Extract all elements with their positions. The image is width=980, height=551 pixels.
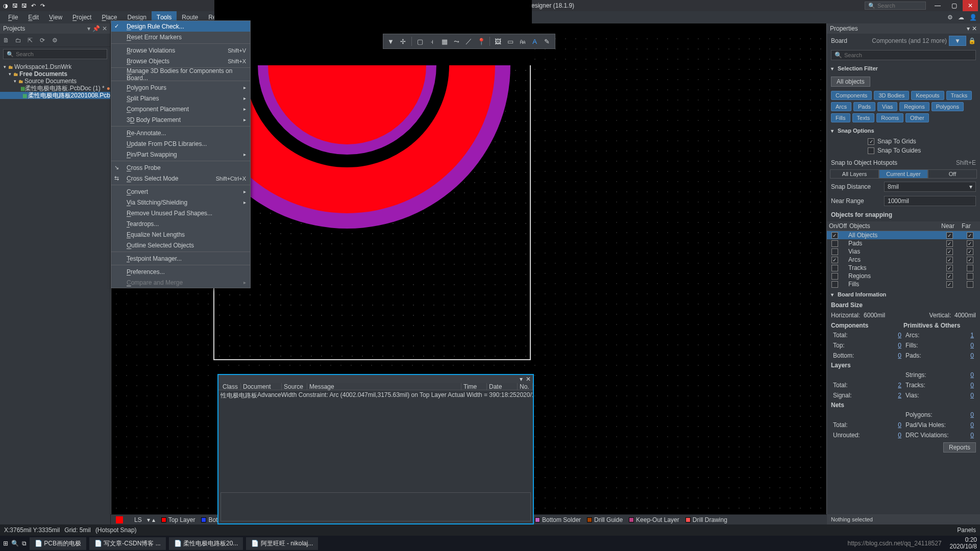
section-snap-options[interactable]: Snap Options — [827, 124, 980, 137]
close-icon[interactable]: ✕ — [526, 375, 531, 383]
start-button[interactable]: ⊞ — [3, 540, 8, 547]
image-icon[interactable]: 🖼 — [493, 36, 504, 47]
filter-tag-regions[interactable]: Regions — [899, 102, 929, 111]
refresh-icon[interactable]: ⟳ — [40, 37, 47, 44]
menu-item[interactable]: ⇆Cross Select ModeShift+Ctrl+X — [111, 173, 250, 184]
grid-icon[interactable]: ▦ — [439, 36, 450, 47]
taskbar-item[interactable]: 📄 柔性电极电路板20... — [169, 537, 243, 550]
menu-item[interactable]: Equalize Net Lengths — [111, 229, 250, 240]
panels-button[interactable]: Panels — [957, 527, 976, 534]
layer-tab[interactable]: LS▾▴ — [127, 516, 157, 524]
snap-object-row[interactable]: Regions✓ — [827, 272, 980, 280]
snap-object-row[interactable]: Fills✓ — [827, 280, 980, 288]
menu-edit[interactable]: Edit — [23, 11, 44, 23]
tree-item[interactable]: ▾🖿Free Documents — [0, 70, 110, 78]
pcb-canvas[interactable] — [213, 64, 531, 360]
layer-tab[interactable]: Top Layer — [159, 516, 198, 523]
menu-item[interactable]: Testpoint Manager... — [111, 253, 250, 264]
filter-tag-tracks[interactable]: Tracks — [946, 91, 972, 100]
search-taskbar-icon[interactable]: 🔍 — [11, 540, 19, 547]
menu-item[interactable]: Pin/Part Swapping▸ — [111, 149, 250, 160]
snap-object-row[interactable]: ✓All Objects✓✓ — [827, 231, 980, 239]
rect-icon[interactable]: ▭ — [505, 36, 516, 47]
snap-object-row[interactable]: Tracks✓ — [827, 264, 980, 272]
layer-tab[interactable]: Drill Drawing — [683, 516, 729, 523]
snap-guides-checkbox[interactable] — [868, 147, 874, 154]
menu-item[interactable]: Teardrops... — [111, 218, 250, 229]
tree-item[interactable]: ▾🖿Source Documents — [0, 78, 110, 85]
menu-item[interactable]: Via Stitching/Shielding▸ — [111, 197, 250, 208]
menu-item[interactable]: Convert▸ — [111, 186, 250, 197]
open-icon[interactable]: 🗀 — [15, 37, 22, 44]
pin-icon[interactable]: 📌 — [92, 25, 100, 32]
menu-item[interactable]: Reset Error Markers — [111, 32, 250, 42]
filter-tag-polygons[interactable]: Polygons — [932, 102, 964, 111]
menu-project[interactable]: Project — [67, 11, 96, 23]
options-icon[interactable]: ⚙ — [52, 37, 59, 44]
menu-item[interactable]: Component Placement▸ — [111, 104, 250, 114]
filter-tag-other[interactable]: Other — [905, 113, 929, 122]
menu-item[interactable]: 3D Body Placement▸ — [111, 114, 250, 125]
tree-item[interactable]: ▦柔性电极电路板.PcbDoc (1) *● — [0, 85, 110, 92]
move-icon[interactable]: ✢ — [398, 36, 409, 47]
taskbar-item[interactable]: 📄 阿里旺旺 - nikolaj... — [246, 537, 318, 550]
save-icon[interactable]: 🖫 — [11, 2, 18, 9]
track-icon[interactable]: ／ — [463, 36, 475, 47]
select-icon[interactable]: ▢ — [414, 36, 426, 47]
menu-item[interactable]: Outline Selected Objects — [111, 240, 250, 251]
filter-tag-pads[interactable]: Pads — [853, 102, 875, 111]
layer-tab[interactable]: Bottom Solder — [533, 516, 583, 523]
align-icon[interactable]: ⫞ — [427, 36, 438, 47]
maximize-button[interactable]: ▢ — [946, 0, 962, 11]
filter-tag-texts[interactable]: Texts — [852, 113, 875, 122]
taskbar-item[interactable]: 📄 PCB画的电极 — [30, 537, 86, 550]
menu-item[interactable]: Browse ViolationsShift+V — [111, 45, 250, 56]
lock-icon[interactable]: 🔒 — [968, 37, 976, 44]
user-icon[interactable]: 👤 — [969, 14, 977, 21]
section-board-info[interactable]: Board Information — [827, 288, 980, 300]
properties-search[interactable] — [844, 52, 972, 59]
layer-tab[interactable] — [114, 516, 125, 523]
message-row[interactable]: 性电极电路板 Advance Width Constraint: Arc (40… — [218, 390, 533, 401]
snap-object-row[interactable]: ✓Arcs✓✓ — [827, 256, 980, 264]
reports-button[interactable]: Reports — [943, 442, 976, 453]
chevron-down-icon[interactable]: ▾ — [87, 25, 90, 32]
menu-file[interactable]: File — [3, 11, 23, 23]
section-selection-filter[interactable]: Selection Filter — [827, 62, 980, 74]
menu-item[interactable]: Update From PCB Libraries... — [111, 138, 250, 149]
menu-view[interactable]: View — [44, 11, 67, 23]
text-icon[interactable]: 🗛 — [517, 36, 528, 47]
filter-icon[interactable]: ▼ — [385, 36, 397, 47]
opt-all-layers[interactable]: All Layers — [830, 169, 879, 179]
cloud-icon[interactable]: ☁ — [958, 14, 964, 21]
all-objects-button[interactable]: All objects — [831, 77, 870, 87]
font-icon[interactable]: A — [529, 36, 541, 47]
layer-tab[interactable]: Keep-Out Layer — [627, 516, 681, 523]
menu-item[interactable]: Re-Annotate... — [111, 128, 250, 138]
menu-item[interactable]: Polygon Pours▸ — [111, 82, 250, 93]
title-search[interactable]: 🔍 — [865, 2, 926, 10]
menu-item[interactable]: Split Planes▸ — [111, 93, 250, 104]
projects-search[interactable]: 🔍 — [3, 49, 107, 59]
projects-search-input[interactable] — [16, 51, 104, 57]
edit-icon[interactable]: ✎ — [542, 36, 553, 47]
menu-item[interactable]: ✓Design Rule Check... — [111, 21, 250, 32]
minimize-button[interactable]: — — [930, 0, 945, 11]
taskbar-item[interactable]: 📄 写文章-CSDN博客 ... — [89, 537, 166, 550]
filter-tag-vias[interactable]: Vias — [877, 102, 897, 111]
close-button[interactable]: ✕ — [963, 0, 978, 11]
tree-item[interactable]: ▦柔性电极电路板20201008.Pcb — [0, 92, 110, 99]
opt-off[interactable]: Off — [928, 169, 977, 179]
collapse-icon[interactable]: ⇱ — [28, 37, 35, 44]
redo-icon[interactable]: ↷ — [39, 2, 46, 9]
close-panel-icon[interactable]: ✕ — [102, 25, 107, 32]
menu-item[interactable]: Remove Unused Pad Shapes... — [111, 208, 250, 218]
filter-tag-3d-bodies[interactable]: 3D Bodies — [874, 91, 909, 100]
route-icon[interactable]: ⤳ — [451, 36, 462, 47]
tree-item[interactable]: ▾🖿Workspace1.DsnWrk — [0, 63, 110, 70]
new-file-icon[interactable]: 🗎 — [3, 37, 10, 44]
task-view-icon[interactable]: ⧉ — [22, 540, 27, 547]
near-range-input[interactable]: 1000mil — [884, 196, 976, 206]
layer-tab[interactable]: Drill Guide — [585, 516, 625, 523]
snap-grids-checkbox[interactable]: ✓ — [868, 138, 874, 145]
